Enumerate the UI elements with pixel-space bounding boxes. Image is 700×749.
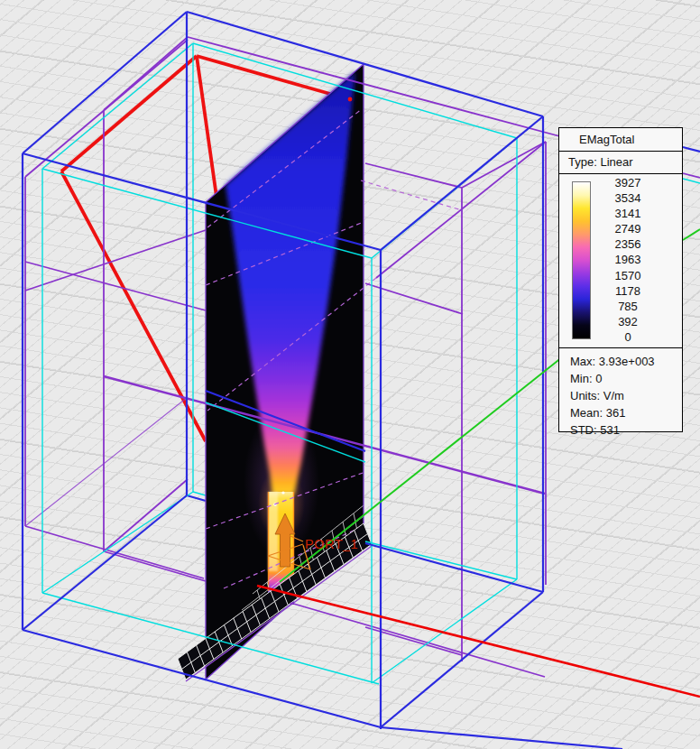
tick-label: 1963 — [595, 253, 660, 266]
simulation-viewport[interactable]: PORT_1 EMagTotal Type: Linear 3927 3534 … — [0, 0, 700, 749]
stat-max: Max: 3.93e+003 — [570, 353, 677, 370]
tick-label: 3141 — [595, 207, 660, 220]
tick-label: 1178 — [595, 284, 660, 298]
colorbar-ticks: 3927 3534 3141 2749 2356 1963 1570 1178 … — [595, 174, 660, 346]
stat-units: Units: V/m — [570, 387, 677, 404]
legend-stats: Max: 3.93e+003 Min: 0 Units: V/m Mean: 3… — [559, 348, 682, 433]
legend-type: Type: Linear — [559, 152, 682, 174]
x-axis-red — [257, 586, 700, 697]
tick-label: 2356 — [595, 237, 660, 251]
colorbar — [572, 181, 591, 339]
tick-label: 785 — [595, 300, 660, 313]
port-label: PORT_1 — [305, 537, 358, 551]
antenna-vertex-dot — [348, 97, 353, 102]
legend-title: EMagTotal — [559, 128, 682, 152]
tick-label: 0 — [595, 330, 660, 344]
cyan-box-edge — [193, 492, 206, 495]
field-legend: EMagTotal Type: Linear 3927 3534 3141 27… — [558, 127, 683, 432]
legend-colorbar-section: 3927 3534 3141 2749 2356 1963 1570 1178 … — [559, 174, 682, 348]
tick-label: 1570 — [595, 269, 660, 282]
tick-label: 3927 — [595, 176, 660, 190]
tick-label: 2749 — [595, 222, 660, 236]
outer-box-edge — [187, 495, 206, 501]
stat-min: Min: 0 — [570, 370, 677, 387]
field-hotspot — [281, 491, 284, 494]
stat-mean: Mean: 361 — [570, 404, 677, 421]
tick-label: 392 — [595, 315, 660, 328]
tick-label: 3534 — [595, 191, 660, 205]
stat-std: STD: 531 — [570, 421, 677, 439]
y-axis-green-stub — [683, 229, 700, 240]
field-cut-plane — [206, 64, 462, 680]
